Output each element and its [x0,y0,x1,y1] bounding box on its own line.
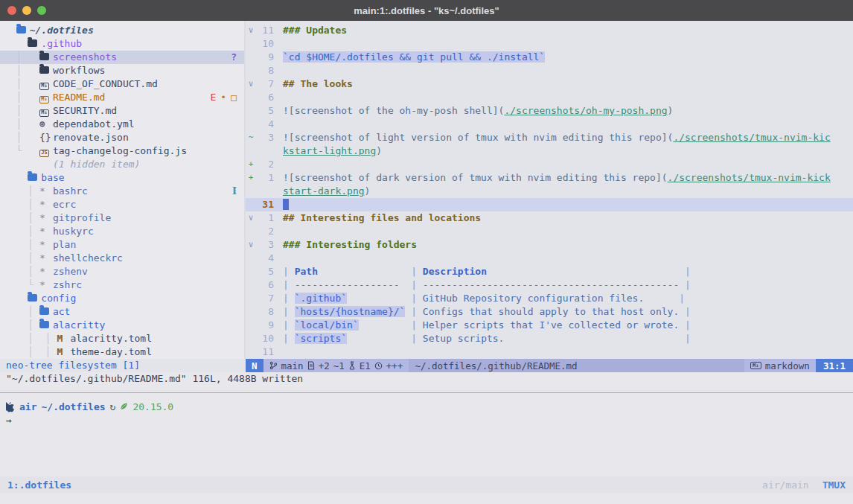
editor-line[interactable]: 8| `hosts/{hostname}/` | Configs that sh… [246,305,853,319]
tree-item-label: screenshots [53,51,117,64]
gutter [246,37,256,51]
window-bottom-pad [0,493,853,504]
editor-line[interactable]: ~3![screenshot of light version of tmux … [246,131,853,144]
tree-item-tag-changelog-config-js[interactable]: └ JStag-changelog-config.js [4,144,244,158]
editor-line[interactable]: 11 [246,345,853,359]
shell-pane[interactable]: air ~/.dotfiles ↻ 20.15.0 → [0,393,853,476]
indent-guide: └ [4,278,39,292]
line-text: start-dark.png) [274,185,370,198]
indent-guide: │ [4,77,39,91]
tree-item-base[interactable]: base [4,171,244,185]
indent-guide: │ [4,64,39,77]
tree-item-label: base [41,171,64,185]
tree-item-code-of-conduct-md[interactable]: │ M↓CODE_OF_CONDUCT.md [4,77,244,91]
editor-line[interactable]: ∨3### Interesting folders [246,238,853,252]
close-button[interactable] [7,6,16,15]
tree-item-readme-md[interactable]: │ M↓README.mdE•□ [4,91,244,104]
gutter [246,144,256,158]
line-number: 3 [256,131,274,144]
line-text: ## The looks [274,77,353,91]
gutter [246,91,256,104]
line-text: `cd $HOME/.dotfiles && git pull && ./ins… [274,51,545,64]
editor-line[interactable]: 8 [246,64,853,77]
tree-item-label: huskyrc [53,225,94,238]
tree-item--1-hidden-item-[interactable]: (1 hidden item) [4,158,244,171]
tree-item-screenshots[interactable]: │ screenshots? [0,51,244,64]
tree-item-workflows[interactable]: │ workflows [4,64,244,77]
editor-line[interactable]: 9`cd $HOME/.dotfiles && git pull && ./in… [246,51,853,64]
editor-line[interactable]: +1![screenshot of dark version of tmux w… [246,171,853,185]
editor-line[interactable]: 4 [246,252,853,265]
line-text: | ------------------ | -----------------… [274,278,691,292]
minimize-button[interactable] [22,6,31,15]
tree-item-zshenv[interactable]: │ *zshenv [4,265,244,278]
line-number: 7 [256,77,274,91]
status-badge: I [232,185,237,198]
tmux-window-tab[interactable]: 1:.dotfiles [7,479,71,491]
tree-item-alacritty[interactable]: │ alacritty [4,319,244,332]
editor-line[interactable]: 5![screenshot of the oh-my-posh shell](.… [246,104,853,118]
neo-tree-sidebar[interactable]: ~/.dotfiles .github │ screenshots? │ wor… [0,21,246,359]
tree-item-label: zshenv [53,265,88,278]
editor-line[interactable]: ∨11### Updates [246,24,853,37]
tree-item-act[interactable]: │ act [4,305,244,319]
editor-buffer[interactable]: ∨11### Updates109`cd $HOME/.dotfiles && … [246,21,853,359]
editor-line[interactable]: ∨1## Interesting files and locations [246,211,853,225]
line-text: | `local/bin` | Helper scripts that I've… [274,319,691,332]
editor-line[interactable]: ∨7## The looks [246,77,853,91]
tree-item-zshrc[interactable]: └ *zshrc [4,278,244,292]
line-text [274,252,283,265]
tree-item-bashrc[interactable]: │ *bashrcI [4,185,244,198]
tree-item-label: gitprofile [53,211,111,225]
editor-line[interactable]: 9| `local/bin` | Helper scripts that I'v… [246,319,853,332]
folder-icon [39,305,53,319]
editor-line[interactable]: 10 [246,37,853,51]
pending-indicator: +++ [386,360,403,371]
command-line-message: "~/.dotfiles/.github/README.md" 116L, 44… [0,372,853,386]
tree-item-label: README.md [53,91,105,104]
editor-cursor-line[interactable]: 31 [246,198,853,211]
editor-line[interactable]: kstart-light.png) [246,144,853,158]
shell-input-line[interactable]: → [6,414,853,427]
terminal-window: main:1:.dotfiles - "ks~/.dotfiles" ~/.do… [0,0,853,504]
cursor-position: 31:1 [816,359,853,372]
editor-line[interactable]: 6| ------------------ | ----------------… [246,278,853,292]
tree-item-shellcheckrc[interactable]: │ *shellcheckrc [4,252,244,265]
editor-line[interactable]: start-dark.png) [246,185,853,198]
editor-line[interactable]: 2 [246,225,853,238]
gutter [246,104,256,118]
editor-line[interactable]: 5| Path | Description | [246,265,853,278]
tree-item-alacritty-toml[interactable]: │ │ Malacritty.toml [4,332,244,345]
shell-host: air [19,401,36,414]
editor-line[interactable]: 4 [246,118,853,131]
fold-chevron-icon: ∨ [246,211,256,225]
tree-item-plan[interactable]: │ *plan [4,238,244,252]
editor-line[interactable]: +2 [246,158,853,171]
editor-bottom-pad [0,386,853,392]
line-text: ### Updates [274,24,347,37]
tree-item-config[interactable]: config [4,292,244,305]
tree-item--dotfiles[interactable]: ~/.dotfiles [4,24,244,37]
folder-icon [39,319,53,332]
tree-item-ecrc[interactable]: │ *ecrc [4,198,244,211]
indent-guide: │ [4,104,39,118]
zoom-button[interactable] [37,6,46,15]
editor-line[interactable]: 10| `scripts` | Setup scripts. | [246,332,853,345]
gutter [246,278,256,292]
tree-item-label: SECURITY.md [53,104,117,118]
indent-guide: └ [4,144,39,158]
tree-item--github[interactable]: .github [4,37,244,51]
tree-item-gitprofile[interactable]: │ *gitprofile [4,211,244,225]
line-number: 7 [256,292,274,305]
tree-item-renovate-json[interactable]: │ {}renovate.json [4,131,244,144]
git-added-sign: + [246,158,256,171]
tree-item-security-md[interactable]: │ M↓SECURITY.md [4,104,244,118]
tree-item-theme-day-toml[interactable]: │ │ Mtheme-day.toml [4,345,244,359]
git-sync-icon: ↻ [110,401,116,414]
tmux-label: TMUX [822,479,846,491]
editor-line[interactable]: 7| `.github` | GitHub Repository configu… [246,292,853,305]
tree-item-huskyrc[interactable]: │ *huskyrc [4,225,244,238]
line-text [274,158,283,171]
editor-line[interactable]: 6 [246,91,853,104]
tree-item-dependabot-yml[interactable]: │ ⊛dependabot.yml [4,118,244,131]
